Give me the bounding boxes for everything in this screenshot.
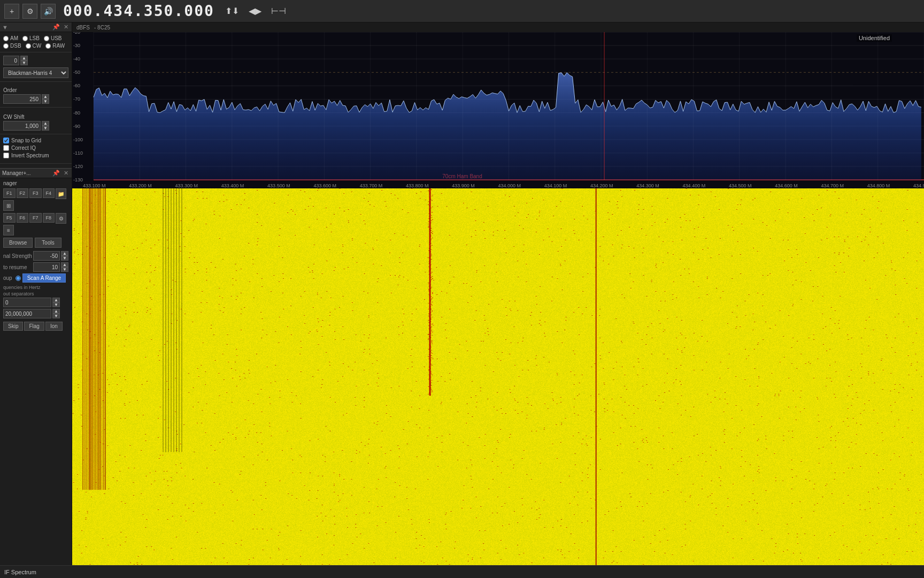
filter-dropdown[interactable]: Blackman-Harris 4 xyxy=(3,67,68,78)
signal-strength-row: nal Strength ▲ ▼ xyxy=(3,251,68,261)
correct-iq-check[interactable]: Correct IQ xyxy=(3,145,68,151)
audio-button[interactable]: 🔊 xyxy=(41,4,56,19)
grid-icon-btn[interactable]: ⊞ xyxy=(3,200,14,211)
order-up-btn[interactable]: ▲ xyxy=(42,94,49,99)
radio-raw-label: RAW xyxy=(52,43,65,49)
skip-button[interactable]: Skip xyxy=(3,322,23,331)
list-icon-btn[interactable]: ≡ xyxy=(3,225,14,235)
to-resume-row: to resume ▲ ▼ xyxy=(3,262,68,272)
sig-up-btn[interactable]: ▲ xyxy=(61,251,68,256)
browse-button[interactable]: Browse xyxy=(3,238,33,248)
right-content: dBFS - 8C25 Unidentified xyxy=(72,22,924,565)
skip-flag-row: Skip Flag Ion xyxy=(3,322,68,331)
unidentified-label: Unidentified xyxy=(857,34,892,42)
cw-down-btn[interactable]: ▼ xyxy=(42,126,49,131)
flag-button[interactable]: Flag xyxy=(24,322,44,331)
ion-button[interactable]: Ion xyxy=(45,322,63,331)
filter-section: ▲ ▼ Blackman-Harris 4 xyxy=(0,52,72,82)
filter-value-input[interactable] xyxy=(3,56,19,65)
signal-strength-label: nal Strength xyxy=(3,253,32,259)
f1-btn[interactable]: F1 xyxy=(3,188,16,198)
f7-btn[interactable]: F7 xyxy=(29,213,42,223)
cw-shift-section: CW Shift ▲ ▼ xyxy=(0,108,72,134)
radio-am-label: AM xyxy=(10,35,18,41)
freq-input2-row: ▲ ▼ xyxy=(3,309,68,318)
manager-pin-button[interactable]: 📌 xyxy=(51,170,61,177)
radio-cw[interactable]: CW xyxy=(26,43,42,49)
radio-raw[interactable]: RAW xyxy=(45,43,65,49)
resume-up-btn[interactable]: ▲ xyxy=(61,262,68,267)
correct-iq-label: Correct IQ xyxy=(11,145,36,151)
add-button[interactable]: + xyxy=(4,4,19,19)
filter-up-btn[interactable]: ▲ xyxy=(20,56,28,60)
radio-am[interactable]: AM xyxy=(3,35,18,41)
sig-down-btn[interactable]: ▼ xyxy=(61,256,68,261)
manager-close-button[interactable]: ✕ xyxy=(63,170,70,177)
manager-title: Manager+... xyxy=(2,170,31,176)
to-resume-input[interactable] xyxy=(33,262,60,272)
pin-button[interactable]: 📌 xyxy=(51,24,61,31)
left-panel: ▼ 📌 ✕ AM LSB USB xyxy=(0,22,72,565)
freq-end-input[interactable] xyxy=(3,309,51,318)
freq1-up-btn[interactable]: ▲ xyxy=(52,298,60,302)
gear-button[interactable]: ⚙ xyxy=(22,4,37,19)
snap-to-grid-check[interactable]: Snap to Grid xyxy=(3,138,68,143)
close-button[interactable]: ✕ xyxy=(63,24,70,31)
spectrum-area: dBFS - 8C25 Unidentified xyxy=(72,22,924,188)
freq-updown-button[interactable]: ⬆⬇ xyxy=(222,4,242,18)
resume-down-btn[interactable]: ▼ xyxy=(61,267,68,272)
order-input[interactable] xyxy=(3,94,41,104)
tools-button[interactable]: Tools xyxy=(35,238,61,248)
options-section: Snap to Grid Correct IQ Invert Spectrum xyxy=(0,134,72,164)
toolbar: + ⚙ 🔊 000.434.350.000 ⬆⬇ ◀▶ ⊢⊣ xyxy=(0,0,924,22)
freq-buttons-row1: F1 F2 F3 F4 📁 ⊞ xyxy=(3,188,68,211)
group-label: oup xyxy=(3,275,12,281)
freq2-up-btn[interactable]: ▲ xyxy=(52,309,60,314)
freq2-down-btn[interactable]: ▼ xyxy=(52,314,60,318)
radio-lsb[interactable]: LSB xyxy=(22,35,40,41)
f2-btn[interactable]: F2 xyxy=(17,188,29,198)
to-resume-label: to resume xyxy=(3,264,27,270)
dbfs-label: dBFS xyxy=(76,25,90,31)
freq-lr-button[interactable]: ◀▶ xyxy=(245,4,265,18)
order-section: Order ▲ ▼ xyxy=(0,82,72,108)
scan-radio[interactable]: Scan A Range xyxy=(16,273,66,283)
order-label: Order xyxy=(3,87,68,93)
filter-down-btn[interactable]: ▼ xyxy=(20,60,28,65)
freq-start-input[interactable] xyxy=(3,298,51,307)
manager-panel: Manager+... 📌 ✕ nager F1 F2 F3 F4 📁 ⊞ xyxy=(0,168,72,333)
panel-collapse-icon[interactable]: ▼ xyxy=(2,24,8,31)
manager-content: nager F1 F2 F3 F4 📁 ⊞ F5 F6 F7 F8 ⚙ xyxy=(0,178,72,333)
filter-label: - 8C25 xyxy=(94,25,110,31)
order-down-btn[interactable]: ▼ xyxy=(42,99,49,104)
f5-btn[interactable]: F5 xyxy=(3,213,16,223)
scan-range-button[interactable]: Scan A Range xyxy=(22,273,66,283)
radio-dsb[interactable]: DSB xyxy=(3,43,21,49)
radio-lsb-label: LSB xyxy=(29,35,40,41)
snap-to-grid-label: Snap to Grid xyxy=(11,138,41,143)
freq1-down-btn[interactable]: ▼ xyxy=(52,302,60,307)
f8-btn[interactable]: F8 xyxy=(43,213,55,223)
spectrum-header: dBFS - 8C25 xyxy=(72,22,924,32)
cw-shift-input[interactable] xyxy=(3,121,41,131)
f3-btn[interactable]: F3 xyxy=(29,188,42,198)
invert-spectrum-check[interactable]: Invert Spectrum xyxy=(3,153,68,158)
invert-spectrum-label: Invert Spectrum xyxy=(11,153,49,158)
signal-strength-input[interactable] xyxy=(33,251,60,261)
waterfall-area xyxy=(72,188,924,565)
fit-button[interactable]: ⊢⊣ xyxy=(268,4,289,18)
freq-input1-row: ▲ ▼ xyxy=(3,298,68,307)
main-area: ▼ 📌 ✕ AM LSB USB xyxy=(0,22,924,565)
radio-usb[interactable]: USB xyxy=(44,35,62,41)
f6-btn[interactable]: F6 xyxy=(17,213,29,223)
sep-note: out separators xyxy=(3,291,68,296)
group-scan-row: oup Scan A Range xyxy=(3,273,68,283)
radio-usb-label: USB xyxy=(51,35,62,41)
settings-icon-btn[interactable]: ⚙ xyxy=(56,213,66,224)
spectrum-canvas[interactable]: Unidentified xyxy=(72,32,924,188)
cw-up-btn[interactable]: ▲ xyxy=(42,121,49,126)
panel-header: ▼ 📌 ✕ xyxy=(0,22,72,32)
freq-note: quencies in Hertz xyxy=(3,285,68,290)
f4-btn[interactable]: F4 xyxy=(43,188,55,198)
folder-icon-btn[interactable]: 📁 xyxy=(56,188,66,199)
